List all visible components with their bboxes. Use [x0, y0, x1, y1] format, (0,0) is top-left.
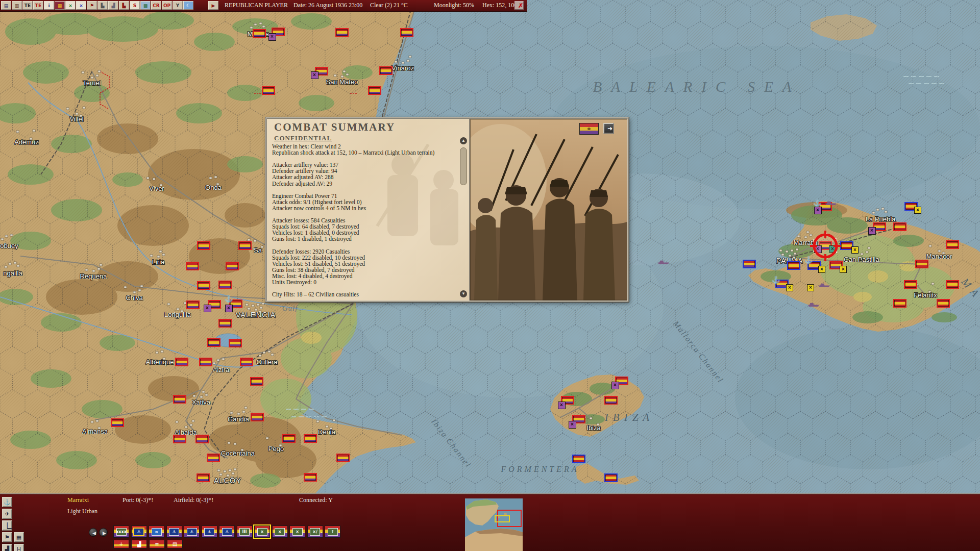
- unit-counter[interactable]: [238, 241, 252, 250]
- unit-counter[interactable]: [218, 281, 232, 289]
- unit-engineer-button[interactable]: ×/-: [307, 525, 323, 538]
- train-button[interactable]: ≡: [149, 540, 165, 548]
- garrison-marker[interactable]: ×: [225, 305, 233, 312]
- unit-counter[interactable]: [197, 241, 210, 250]
- unit-counter[interactable]: [197, 473, 210, 482]
- unit-infantry2-button[interactable]: ×-: [272, 525, 288, 538]
- unit-counter[interactable]: [572, 455, 585, 463]
- flag-icon[interactable]: ⚑: [87, 1, 97, 10]
- unit-counter[interactable]: [379, 66, 393, 75]
- port-anchor-icon[interactable]: ⚓: [772, 276, 780, 284]
- unit-counter[interactable]: [893, 222, 906, 231]
- density-icon[interactable]: ▦: [55, 1, 65, 10]
- unit-infantry1-button[interactable]: ×-: [254, 525, 270, 538]
- unit-counter[interactable]: [186, 262, 199, 270]
- unit-counter[interactable]: [175, 358, 188, 366]
- ship-marker[interactable]: [819, 283, 830, 287]
- objective-marker[interactable]: ×: [914, 207, 921, 214]
- victory-icon[interactable]: Y: [173, 1, 183, 10]
- ship-marker[interactable]: [808, 303, 819, 307]
- unit-fleet2-button[interactable]: ⚓-: [184, 525, 200, 538]
- day-night-icon[interactable]: ☾: [183, 1, 193, 10]
- unit-counter[interactable]: [915, 260, 928, 268]
- bombard-icon[interactable]: ▙: [97, 1, 108, 10]
- unit-counter[interactable]: [207, 454, 220, 462]
- unit-counter[interactable]: [253, 29, 266, 38]
- next-combat-button[interactable]: ➜: [603, 123, 614, 134]
- unit-counter[interactable]: [229, 339, 242, 347]
- garrison-marker[interactable]: ×: [611, 382, 619, 389]
- unit-counter[interactable]: [946, 240, 959, 249]
- supply-icon[interactable]: S: [130, 1, 140, 10]
- dialog-scrollbar[interactable]: ▲ ▼: [459, 137, 468, 297]
- objective-marker[interactable]: ×: [840, 266, 847, 273]
- unit-transport-button[interactable]: ∞-: [149, 525, 164, 538]
- garrison-marker[interactable]: ×: [204, 305, 211, 312]
- unit-counter[interactable]: [240, 358, 253, 366]
- save-icon[interactable]: ▤: [1, 1, 11, 10]
- unit-counter[interactable]: [304, 473, 317, 482]
- info-icon[interactable]: i: [44, 1, 54, 10]
- port-anchor-icon[interactable]: ⚓: [813, 199, 821, 207]
- hq-filter-icon[interactable]: H: [14, 544, 24, 551]
- unit-counter[interactable]: [604, 396, 618, 405]
- next-phase-icon[interactable]: ▶: [208, 1, 218, 10]
- objective-marker[interactable]: ×: [786, 284, 793, 291]
- garrison-marker[interactable]: ×: [814, 207, 822, 214]
- objective-marker[interactable]: ×: [807, 284, 814, 291]
- depot-marker[interactable]: ×: [829, 245, 836, 253]
- unit-counter[interactable]: [904, 280, 917, 289]
- commanders-report-icon[interactable]: CR: [151, 1, 161, 10]
- naval-filter-icon[interactable]: ▕▁: [2, 520, 12, 531]
- repair-button[interactable]: +: [113, 540, 129, 548]
- map-mode-icon[interactable]: ▦: [14, 532, 24, 542]
- unit-counter[interactable]: [226, 262, 239, 270]
- toggle-te2-icon[interactable]: TE: [33, 1, 43, 10]
- unit-counter[interactable]: [400, 28, 413, 37]
- port-anchor-icon[interactable]: ⚓: [804, 256, 813, 264]
- scrollbar-thumb[interactable]: [460, 147, 467, 185]
- unit-counter[interactable]: [111, 418, 124, 427]
- losses-icon[interactable]: ▙: [119, 1, 129, 10]
- orders-log-icon[interactable]: ▥: [12, 1, 22, 10]
- unit-counter[interactable]: [946, 280, 959, 289]
- unit-corps-button[interactable]: III-: [237, 525, 253, 538]
- unit-counter[interactable]: [893, 299, 906, 308]
- unit-counter[interactable]: [207, 338, 220, 347]
- air-filter-icon[interactable]: ✈: [2, 509, 12, 519]
- unit-counter[interactable]: [262, 86, 275, 95]
- scroll-up-button[interactable]: ▲: [460, 137, 467, 144]
- close-button[interactable]: ✗: [514, 1, 524, 10]
- toggle-te1-icon[interactable]: TE: [22, 1, 33, 10]
- garrison-marker[interactable]: ×: [569, 421, 576, 429]
- prev-unit-button[interactable]: ◀: [89, 528, 97, 537]
- objective-marker[interactable]: ×: [851, 246, 859, 254]
- unit-counter[interactable]: [251, 413, 264, 421]
- factory-button[interactable]: ▟: [131, 540, 147, 548]
- anchor-filter-icon[interactable]: ⚓: [2, 497, 12, 507]
- unit-infantry3-button[interactable]: ×-: [289, 525, 305, 538]
- flag-filter-icon[interactable]: ⚑: [2, 532, 12, 542]
- attack-mode-icon[interactable]: ×: [76, 1, 86, 10]
- unit-counter[interactable]: [743, 260, 756, 268]
- unit-fleet4-button[interactable]: ⚓-: [219, 525, 235, 538]
- unit-counter[interactable]: [197, 281, 210, 290]
- naval-icon[interactable]: ▟: [108, 1, 118, 10]
- unit-naval-hq-button[interactable]: ⚓-: [131, 525, 147, 538]
- unit-fleet1-button[interactable]: ⚓-: [166, 525, 182, 538]
- unit-counter[interactable]: [787, 261, 800, 270]
- garrison-marker[interactable]: ×: [868, 227, 876, 235]
- unit-counter[interactable]: [250, 377, 263, 386]
- depot-button[interactable]: ▤: [167, 540, 183, 548]
- unit-counter[interactable]: [336, 454, 350, 462]
- unit-counter[interactable]: [195, 435, 209, 443]
- unit-counter[interactable]: [199, 358, 212, 366]
- unit-counter[interactable]: [304, 434, 317, 443]
- ship-marker[interactable]: [658, 260, 669, 264]
- garrison-marker[interactable]: ×: [558, 402, 566, 409]
- port-anchor-icon[interactable]: ⚓: [225, 295, 233, 303]
- unit-counter[interactable]: [186, 300, 200, 309]
- move-mode-icon[interactable]: ×: [65, 1, 76, 10]
- unit-fleet3-button[interactable]: ⚓-: [202, 525, 217, 538]
- unit-counter[interactable]: [604, 473, 618, 482]
